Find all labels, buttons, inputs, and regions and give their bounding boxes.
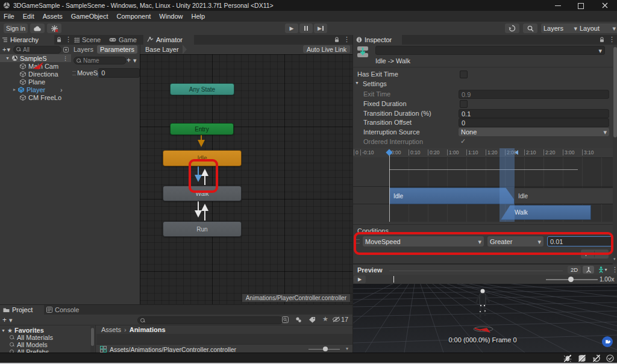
condition-parameter-dropdown[interactable]: MoveSpeed▾ — [363, 236, 484, 246]
timeline-bar-idle-source[interactable]: Idle — [389, 187, 518, 204]
timeline-body[interactable]: Idle Idle Walk — [353, 157, 613, 222]
interruption-source-dropdown[interactable]: None▾ — [459, 128, 609, 136]
create-dropdown-icon[interactable]: ▾ — [7, 46, 10, 52]
transition-offset-field[interactable]: 0 — [459, 118, 609, 127]
menu-window[interactable]: Window — [159, 13, 183, 20]
scene-menu-icon[interactable]: ⋮ — [63, 55, 68, 61]
foldout-icon[interactable]: ▼ — [5, 56, 10, 60]
menu-file[interactable]: File — [4, 13, 14, 20]
hierarchy-row-plane[interactable]: Plane — [0, 78, 71, 86]
lock-icon[interactable] — [334, 37, 340, 43]
transition-name-field[interactable]: ▾ — [375, 46, 605, 55]
preview-avatar-button[interactable]: ▾ — [596, 266, 610, 274]
tab-console[interactable]: Console — [43, 305, 95, 315]
tab-animator[interactable]: Animator — [143, 35, 194, 45]
has-exit-time-checkbox[interactable] — [460, 71, 468, 78]
label-filter-icon[interactable] — [308, 316, 316, 323]
transition-end-marker[interactable] — [515, 150, 518, 155]
auto-refresh-disabled-icon[interactable] — [592, 354, 601, 362]
fixed-duration-checkbox[interactable] — [460, 100, 468, 108]
favorites-filter-icon[interactable]: ★ — [322, 315, 328, 323]
layout-dropdown[interactable]: Layout▾ — [577, 24, 617, 33]
transition-timeline[interactable]: 0 -0:10 0:00 0:10 0:20 1:00 1:10 1:20 2:… — [353, 148, 613, 222]
condition-operator-dropdown[interactable]: Greater▾ — [487, 236, 543, 246]
project-search-input[interactable] — [137, 316, 283, 324]
lock-icon[interactable] — [56, 37, 62, 43]
preview-scrub-playhead[interactable] — [393, 276, 394, 283]
tab-project[interactable]: Project — [0, 305, 44, 315]
exit-time-field[interactable]: 0.9 — [459, 90, 609, 99]
menu-component[interactable]: Component — [116, 13, 151, 20]
parameter-row[interactable]: MoveSpe 0 — [71, 67, 140, 78]
transition-duration-field[interactable]: 0.1 — [459, 109, 609, 118]
prefab-open-chevron-icon[interactable]: › — [60, 86, 63, 93]
condition-value-field[interactable]: 0.01 — [547, 236, 613, 246]
asset-scroll-icon[interactable]: ▾ — [346, 346, 348, 352]
preview-3d-viewport[interactable]: 0:00 (000.0%) Frame 0 — [353, 284, 617, 353]
drag-handle-icon[interactable] — [72, 71, 76, 75]
inspector-scrollbar[interactable]: ▾ — [613, 45, 617, 265]
add-condition-button[interactable]: + — [584, 251, 587, 258]
close-button[interactable] — [602, 2, 608, 8]
search-scope-icon[interactable] — [63, 47, 69, 52]
cache-server-disabled-icon[interactable] — [578, 354, 586, 362]
create-button[interactable]: + — [2, 46, 6, 53]
undo-history-button[interactable] — [505, 24, 519, 33]
hierarchy-row-cm-freelook[interactable]: CM FreeLo — [0, 93, 71, 101]
play-button[interactable]: ▶ — [285, 24, 298, 33]
settings-foldout-icon[interactable]: ▼ — [355, 81, 359, 85]
state-entry[interactable]: Entry — [170, 123, 234, 135]
playhead-line[interactable] — [389, 153, 390, 222]
lock-icon[interactable] — [599, 37, 605, 43]
tab-scene[interactable]: Scene — [71, 35, 109, 45]
favorites-header[interactable]: ▼ ★ Favorites — [0, 327, 90, 334]
expand-icon[interactable]: ▸ — [13, 87, 16, 92]
collab-button[interactable] — [47, 24, 61, 33]
preview-menu-icon[interactable]: ⋮ — [612, 266, 617, 272]
foldout-icon[interactable]: ▼ — [1, 328, 5, 333]
add-parameter-button[interactable]: + — [127, 56, 131, 64]
state-run[interactable]: Run — [163, 221, 242, 237]
parameter-value-field[interactable]: 0 — [98, 68, 140, 78]
layers-dropdown[interactable]: Layers▾ — [541, 24, 580, 33]
add-parameter-dropdown-icon[interactable]: ▾ — [133, 57, 137, 63]
maximize-button[interactable] — [578, 3, 584, 9]
timeline-bar-idle-next[interactable]: Idle — [514, 187, 613, 204]
preview-2d-button[interactable]: 2D — [568, 266, 581, 274]
hierarchy-tab[interactable]: Hierarchy — [0, 35, 54, 45]
pause-button[interactable] — [299, 24, 313, 33]
compile-ok-icon[interactable] — [606, 354, 614, 362]
cloud-button[interactable] — [30, 24, 45, 33]
tab-parameters[interactable]: Parameters — [97, 45, 137, 54]
assets-grid-area[interactable] — [96, 334, 352, 344]
scroll-down-icon[interactable]: ▾ — [613, 257, 616, 262]
inspector-menu-icon[interactable]: ⋮ — [609, 36, 615, 42]
asset-type-filter-icon[interactable] — [295, 316, 302, 323]
tab-inspector[interactable]: Inspector — [353, 35, 402, 45]
scrollbar-thumb[interactable] — [613, 47, 617, 137]
state-walk[interactable]: Walk — [163, 186, 242, 201]
parameter-search-input[interactable]: Name — [74, 57, 127, 64]
condition-drag-handle-icon[interactable] — [356, 239, 360, 243]
menu-assets[interactable]: Assets — [43, 13, 63, 20]
animator-graph[interactable]: Any State Entry Idle Walk Run Animations… — [140, 54, 352, 304]
transition-window-band[interactable] — [500, 148, 515, 222]
step-button[interactable]: ▶ — [314, 24, 327, 33]
hidden-packages-icon[interactable] — [333, 316, 340, 322]
state-any-state[interactable]: Any State — [170, 83, 234, 95]
remove-condition-button[interactable]: − — [601, 251, 605, 258]
state-idle[interactable]: Idle — [163, 150, 242, 166]
tab-game[interactable]: Game — [106, 35, 146, 45]
hierarchy-row-directional-light[interactable]: Directiona — [0, 70, 71, 78]
create-asset-dropdown-icon[interactable]: ▾ — [9, 317, 13, 323]
favorites-all-models[interactable]: All Models — [0, 341, 90, 348]
preview-speed-knob[interactable] — [568, 277, 574, 282]
breadcrumb-animations[interactable]: Animations — [130, 326, 166, 333]
breadcrumb[interactable]: Base Layer — [145, 46, 179, 53]
favorites-all-materials[interactable]: All Materials — [0, 334, 90, 341]
minimize-button[interactable] — [555, 5, 561, 6]
collab-tag-button[interactable] — [602, 336, 613, 347]
hierarchy-search-input[interactable]: All — [13, 46, 61, 54]
create-asset-button[interactable]: + — [2, 316, 7, 324]
search-in-icon[interactable] — [282, 316, 289, 323]
